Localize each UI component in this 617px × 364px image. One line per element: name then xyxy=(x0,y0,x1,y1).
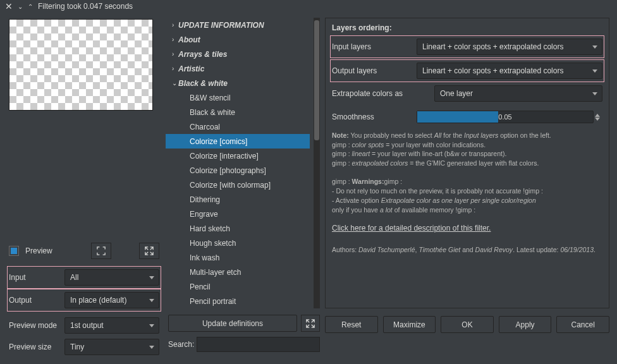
reset-button[interactable]: Reset xyxy=(325,316,378,333)
maximize-button[interactable]: Maximize xyxy=(383,316,436,333)
zoom-expand-button[interactable] xyxy=(139,243,159,259)
tree-category[interactable]: ›About xyxy=(166,32,314,47)
tree-filter-item[interactable]: Charcoal xyxy=(166,119,314,134)
search-label: Search: xyxy=(168,340,194,349)
tree-filter-item[interactable]: Ink wash xyxy=(166,250,314,265)
window-title: Filtering took 0.047 seconds xyxy=(38,2,133,11)
tree-category[interactable]: ›UPDATE INFORMATION xyxy=(166,18,314,32)
tree-filter-item[interactable]: Pencil xyxy=(166,279,314,294)
tree-filter-item[interactable]: Colorize [comics] xyxy=(166,134,310,149)
tree-filter-item[interactable]: Hard sketch xyxy=(166,221,314,236)
output-select[interactable]: In place (default) xyxy=(64,292,159,308)
input-select[interactable]: All xyxy=(64,269,159,286)
tree-filter-item[interactable]: Engrave xyxy=(166,207,314,221)
smoothness-up[interactable] xyxy=(595,114,600,117)
extrapolate-select[interactable]: One layer xyxy=(434,85,602,102)
smoothness-down[interactable] xyxy=(595,118,600,121)
tree-category[interactable]: ›Arrays & tiles xyxy=(166,47,314,61)
tree-filter-item[interactable]: Multi-layer etch xyxy=(166,265,314,279)
preview-image[interactable] xyxy=(9,19,153,111)
expand-all-button[interactable] xyxy=(301,315,320,332)
chevron-up-icon[interactable]: ⌃ xyxy=(28,3,33,10)
authors-text: Authors: David Tschumperlé, Timothée Gie… xyxy=(332,245,602,255)
smoothness-label: Smoothness xyxy=(332,112,417,121)
tree-scrollbar[interactable] xyxy=(314,18,320,308)
filter-notes: Note: You probably need to select All fo… xyxy=(332,131,602,214)
chevron-down-icon[interactable]: ⌄ xyxy=(18,3,23,10)
ok-button[interactable]: OK xyxy=(441,316,494,333)
preview-mode-select[interactable]: 1st output xyxy=(64,317,159,334)
tree-category[interactable]: ⌄Black & white xyxy=(166,76,314,90)
input-layers-label: Input layers xyxy=(332,42,417,51)
preview-checkbox[interactable] xyxy=(9,246,19,256)
search-input[interactable] xyxy=(197,337,320,352)
preview-mode-label: Preview mode xyxy=(9,321,64,330)
apply-button[interactable]: Apply xyxy=(499,316,552,333)
preview-size-label: Preview size xyxy=(9,343,64,351)
preview-size-select[interactable]: Tiny xyxy=(64,339,159,355)
output-label: Output xyxy=(9,296,64,305)
tree-category[interactable]: ›Artistic xyxy=(166,61,314,76)
description-link[interactable]: Click here for a detailed description of… xyxy=(332,224,491,233)
tree-filter-item[interactable]: Pencil portrait xyxy=(166,294,314,308)
tree-filter-item[interactable]: Black & white xyxy=(166,105,314,119)
layers-ordering-heading: Layers ordering: xyxy=(332,23,602,32)
close-icon[interactable]: ✕ xyxy=(5,1,13,11)
tree-filter-item[interactable]: Colorize [interactive] xyxy=(166,149,314,163)
input-label: Input xyxy=(9,273,64,282)
cancel-button[interactable]: Cancel xyxy=(556,316,609,333)
input-layers-select[interactable]: Lineart + color spots + extrapolated col… xyxy=(417,39,602,55)
tree-filter-item[interactable]: Dithering xyxy=(166,192,314,207)
zoom-fit-button[interactable] xyxy=(91,243,111,259)
tree-filter-item[interactable]: B&W stencil xyxy=(166,90,314,105)
output-layers-label: Output layers xyxy=(332,66,417,75)
extrapolate-label: Extrapolate colors as xyxy=(332,89,434,98)
tree-filter-item[interactable]: Colorize [photographs] xyxy=(166,163,314,178)
output-layers-select[interactable]: Lineart + color spots + extrapolated col… xyxy=(417,63,602,79)
smoothness-slider[interactable]: 0.05 xyxy=(417,111,594,123)
update-definitions-button[interactable]: Update definitions xyxy=(168,315,297,332)
tree-filter-item[interactable]: Colorize [with colormap] xyxy=(166,178,314,192)
tree-filter-item[interactable]: Hough sketch xyxy=(166,236,314,250)
preview-label: Preview xyxy=(25,246,52,255)
